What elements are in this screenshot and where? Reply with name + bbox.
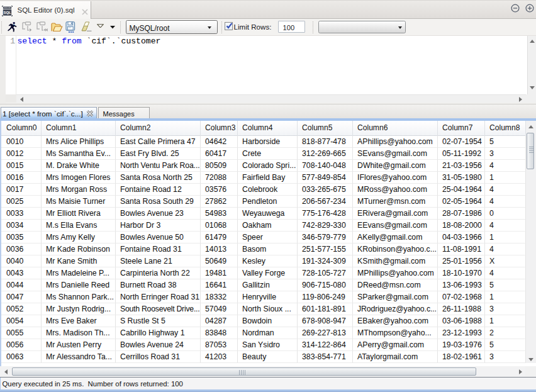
svg-text:SQL: SQL [4, 11, 11, 14]
